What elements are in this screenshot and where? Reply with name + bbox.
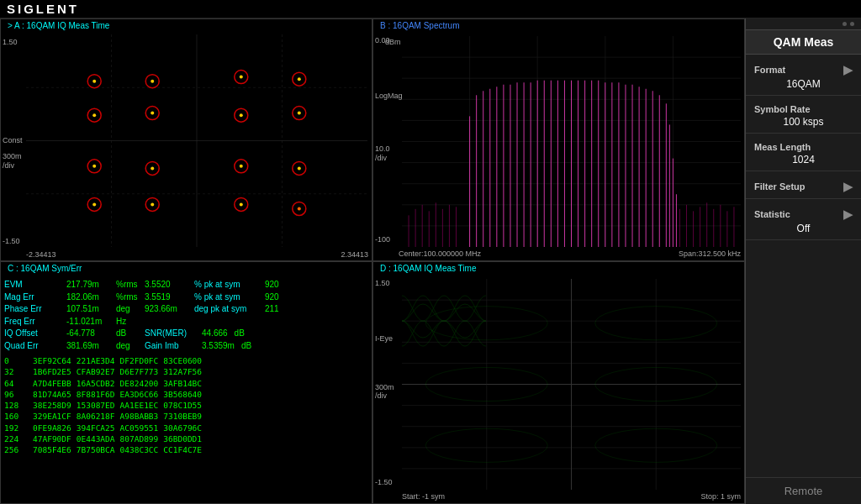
evm-val3: 920	[265, 279, 279, 291]
sidebar-item-meas-length: Meas Length 1024	[746, 134, 861, 171]
ya-bottom: -1.50	[3, 237, 20, 245]
svg-point-21	[298, 112, 301, 115]
svg-point-35	[240, 202, 243, 206]
phaseerr-val3: 211	[265, 303, 279, 316]
quaderr-label2: Gain Imb	[145, 340, 195, 353]
measurements-table: EVM 217.79m %rms 3.5520 % pk at sym 920 …	[4, 279, 368, 500]
sidebar-item-statistic[interactable]: Statistic ▶ Off	[746, 199, 861, 240]
xa-left: -2.34413	[26, 250, 56, 259]
iqoffset-val3: 44.666	[202, 328, 228, 340]
magerr-label2: % pk at sym	[194, 291, 261, 304]
svg-point-27	[240, 165, 243, 168]
hex-row-8: 256 7085F4E6 7B750BCA 0438C3CC CC1F4C7E	[4, 444, 368, 455]
sidebar-header: QAM Meas	[746, 29, 861, 55]
symbol-rate-value: 100 ksps	[754, 116, 853, 128]
svg-point-37	[298, 207, 301, 210]
quaderr-label: Quad Err	[4, 340, 63, 353]
iqoffset-row: IQ Offset -64.778 dB SNR(MER) 44.666 dB	[4, 328, 368, 340]
panel-c: C : 16QAM Sym/Err EVM 217.79m %rms 3.552…	[0, 261, 372, 504]
sidebar-item-format[interactable]: Format ▶ 16QAM	[746, 55, 861, 96]
hex-row-5: 160 329EA1CF 8A06218F A98BABB3 7310BEB9	[4, 411, 368, 422]
evm-val2: 3.5520	[145, 279, 191, 291]
hex-row-4: 128 38E258D9 153087ED AA1EE1EC 078C1D55	[4, 400, 368, 411]
iqoffset-val: -64.778	[66, 328, 113, 340]
filter-setup-arrow: ▶	[843, 180, 853, 193]
svg-point-11	[240, 76, 243, 79]
panel-d-title: D : 16QAM IQ Meas Time	[380, 264, 476, 273]
yd-top: 1.50	[375, 279, 390, 287]
format-arrow: ▶	[843, 63, 853, 76]
remote-label: Remote	[746, 477, 861, 504]
quaderr-unit2: dB	[241, 340, 251, 353]
svg-point-29	[298, 166, 301, 170]
magerr-row: Mag Err 182.06m %rms 3.5519 % pk at sym …	[4, 291, 368, 304]
svg-point-15	[92, 113, 96, 117]
hex-row-2: 64 A7D4FEBB 16A5CDB2 DE824200 3AFB14BC	[4, 378, 368, 389]
yb-div: 10.0/div	[375, 144, 390, 163]
magerr-val3: 920	[265, 291, 279, 304]
filter-setup-label: Filter Setup ▶	[754, 180, 853, 193]
quaderr-unit: deg	[116, 340, 141, 353]
dots-decoration	[746, 18, 861, 29]
magerr-unit: %rms	[116, 291, 141, 304]
phaseerr-label2: deg pk at sym	[194, 303, 261, 316]
yd-bottom: -1.50	[375, 478, 393, 486]
evm-unit: %rms	[116, 279, 141, 291]
ya-mid: 300m/div	[3, 152, 22, 171]
meas-length-value: 1024	[754, 154, 853, 165]
yb-bottom: -100	[375, 235, 390, 244]
phaseerr-val2: 923.66m	[145, 303, 191, 316]
panel-d: D : 16QAM IQ Meas Time 1.50 I-Eye 300m/d…	[372, 261, 745, 504]
svg-point-13	[298, 77, 301, 81]
iqoffset-label2: SNR(MER)	[145, 328, 195, 340]
sidebar-item-symbol-rate: Symbol Rate 100 ksps	[746, 96, 861, 134]
evm-label: EVM	[4, 279, 63, 291]
eye-diagram-chart	[402, 279, 741, 490]
quaderr-row: Quad Err 381.69m deg Gain Imb 3.5359m dB	[4, 340, 368, 353]
magerr-val2: 3.5519	[145, 291, 191, 304]
sidebar-item-filter-setup[interactable]: Filter Setup ▶	[746, 171, 861, 199]
freqerr-label: Freq Err	[4, 316, 63, 328]
xb-center: Center:100.000000 MHz	[399, 249, 481, 258]
ya-top: 1.50	[3, 38, 18, 46]
svg-point-17	[151, 112, 154, 115]
statistic-label: Statistic ▶	[754, 207, 853, 221]
spectrum-chart	[402, 36, 741, 247]
panel-a-title: > A : 16QAM IQ Meas Time	[8, 21, 109, 30]
panel-b-title: B : 16QAM Spectrum	[380, 21, 459, 30]
hex-row-0: 0 3EF92C64 221AE3D4 DF2FD0FC 83CE0600	[4, 355, 368, 366]
phaseerr-label: Phase Err	[4, 303, 63, 316]
freqerr-unit: Hz	[116, 316, 141, 328]
magerr-label: Mag Err	[4, 291, 63, 304]
panel-a: > A : 16QAM IQ Meas Time 1.50 Const 300m…	[0, 18, 372, 261]
hex-row-7: 224 47AF90DF 0E443ADA 807AD899 36BD0DD1	[4, 433, 368, 444]
statistic-arrow: ▶	[843, 207, 853, 221]
svg-point-23	[92, 165, 96, 168]
hex-row-1: 32 1B6FD2E5 CFAB92E7 D6E7F773 312A7F56	[4, 366, 368, 377]
svg-point-31	[92, 202, 96, 206]
format-label: Format ▶	[754, 63, 853, 76]
magerr-val: 182.06m	[66, 291, 113, 304]
xa-right: 2.34413	[341, 250, 368, 259]
hex-row-6: 192 0FE9A826 394FCA25 AC059551 30A6796C	[4, 423, 368, 433]
iqoffset-unit2: dB	[235, 328, 245, 340]
format-value: 16QAM	[754, 78, 853, 90]
constellation-chart	[26, 34, 367, 247]
app-logo: SIGLENT	[7, 2, 79, 16]
quaderr-val: 381.69m	[66, 340, 113, 353]
svg-point-7	[92, 80, 96, 83]
panel-c-title: C : 16QAM Sym/Err	[8, 264, 82, 273]
evm-row: EVM 217.79m %rms 3.5520 % pk at sym 920	[4, 279, 368, 291]
svg-point-25	[151, 166, 154, 170]
phaseerr-val: 107.51m	[66, 303, 113, 316]
iqoffset-label: IQ Offset	[4, 328, 63, 340]
phaseerr-unit: deg	[116, 303, 141, 316]
xd-stop: Stop: 1 sym	[700, 492, 741, 501]
svg-point-19	[240, 113, 243, 117]
svg-point-9	[151, 80, 154, 83]
freqerr-row: Freq Err -11.021m Hz	[4, 316, 368, 328]
xd-start: Start: -1 sym	[402, 492, 445, 501]
panel-b: B : 16QAM Spectrum 0.00 dBm LogMag 10.0/…	[372, 18, 745, 261]
yd-label: I-Eye	[375, 334, 393, 343]
svg-point-33	[151, 202, 154, 206]
